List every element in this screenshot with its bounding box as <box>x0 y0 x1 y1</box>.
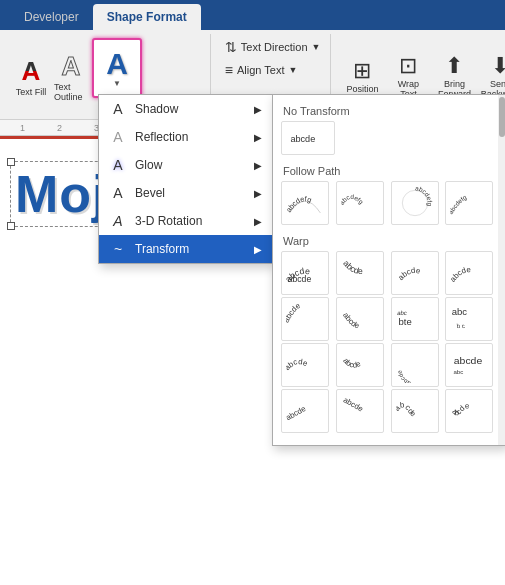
bevel-arrow: ▶ <box>254 188 262 199</box>
3d-rotation-icon: A <box>109 213 127 229</box>
menu-item-shadow[interactable]: A Shadow ▶ <box>99 95 272 123</box>
warp-arch-3[interactable]: abcde <box>445 251 493 295</box>
svg-text:abcdefg: abcdefg <box>414 185 433 207</box>
no-transform-title: No Transform <box>273 101 505 119</box>
svg-text:abcdefg: abcdefg <box>450 193 469 215</box>
transform-icon: ~ <box>109 241 127 257</box>
no-transform-item[interactable]: abcde <box>281 121 335 155</box>
bevel-icon: A <box>109 185 127 201</box>
scrollbar-thumb[interactable] <box>499 97 505 137</box>
warp-arch-down[interactable]: abcde <box>336 251 384 295</box>
svg-text:abcde: abcde <box>396 266 421 282</box>
svg-text:b c: b c <box>457 324 466 330</box>
warp-wave-1[interactable]: abcde <box>281 343 329 387</box>
svg-text:bte: bte <box>398 316 411 327</box>
menu-item-reflection[interactable]: A Reflection ▶ <box>99 123 272 151</box>
warp-inflate[interactable]: abcde <box>281 297 329 341</box>
svg-text:abc: abc <box>454 370 464 376</box>
svg-text:abcde: abcde <box>341 311 360 331</box>
dropdown-overlay: A Shadow ▶ A Reflection ▶ A Glow ▶ A Bev… <box>0 0 505 585</box>
warp-arch-up-2[interactable]: abcde <box>391 251 439 295</box>
follow-path-wave[interactable]: abcdefg <box>336 181 384 225</box>
transform-panel: No Transform abcde Follow Path abcdefg <box>272 94 505 446</box>
no-transform-row: abcde <box>273 119 505 161</box>
warp-fisheye[interactable]: abcde abc <box>445 343 493 387</box>
svg-text:abcde: abcde <box>341 258 363 276</box>
svg-text:abc: abc <box>396 310 407 316</box>
transform-arrow: ▶ <box>254 244 262 255</box>
svg-text:abcdefg: abcdefg <box>341 193 365 207</box>
svg-text:abcde: abcde <box>396 400 417 418</box>
svg-text:abcde: abcde <box>290 134 315 144</box>
glow-arrow: ▶ <box>254 160 262 171</box>
menu-item-transform[interactable]: ~ Transform ▶ <box>99 235 272 263</box>
warp-slant-down[interactable]: abcde <box>336 389 384 433</box>
follow-path-grid: abcdefg abcdefg <box>273 179 505 231</box>
warp-double-wave-2[interactable]: abcde <box>445 389 493 433</box>
svg-text:abcde: abcde <box>342 395 365 413</box>
panel-scrollbar[interactable] <box>498 95 505 445</box>
warp-title: Warp <box>273 231 505 249</box>
warp-arch-up[interactable]: abcde abcde <box>281 251 329 295</box>
3d-rotation-arrow: ▶ <box>254 216 262 227</box>
warp-wave-2[interactable]: abcde <box>336 343 384 387</box>
svg-text:abcde: abcde <box>286 301 302 324</box>
glow-icon: A <box>109 157 127 173</box>
svg-text:abcde: abcde <box>396 367 413 383</box>
svg-text:abcde: abcde <box>451 401 470 417</box>
shadow-arrow: ▶ <box>254 104 262 115</box>
warp-expand[interactable]: abc b c <box>445 297 493 341</box>
follow-path-diagonal[interactable]: abcdefg <box>445 181 493 225</box>
warp-slant-up[interactable]: abcde <box>281 389 329 433</box>
follow-path-circle[interactable]: abcdefg <box>391 181 439 225</box>
warp-double-wave[interactable]: abcde <box>391 389 439 433</box>
menu-item-3d-rotation[interactable]: A 3-D Rotation ▶ <box>99 207 272 235</box>
svg-text:abcdefg: abcdefg <box>286 194 313 214</box>
shadow-icon: A <box>109 101 127 117</box>
warp-circle-arc[interactable]: abcde <box>391 343 439 387</box>
warp-squeeze[interactable]: abc bte <box>391 297 439 341</box>
menu-item-glow[interactable]: A Glow ▶ <box>99 151 272 179</box>
svg-text:abc: abc <box>452 306 468 317</box>
menu-item-bevel[interactable]: A Bevel ▶ <box>99 179 272 207</box>
reflection-arrow: ▶ <box>254 132 262 143</box>
svg-text:abcde: abcde <box>450 265 471 284</box>
reflection-icon: A <box>109 129 127 145</box>
svg-text:abcde: abcde <box>454 356 482 366</box>
svg-text:abcde: abcde <box>286 357 309 372</box>
no-transform-preview: abcde <box>289 121 327 155</box>
follow-path-arc-up[interactable]: abcdefg <box>281 181 329 225</box>
svg-text:abcde: abcde <box>286 404 307 422</box>
text-effects-menu: A Shadow ▶ A Reflection ▶ A Glow ▶ A Bev… <box>98 94 273 264</box>
follow-path-title: Follow Path <box>273 161 505 179</box>
svg-text:abcde: abcde <box>341 356 362 370</box>
warp-deflate[interactable]: abcde <box>336 297 384 341</box>
warp-grid: abcde abcde abcde abcde <box>273 249 505 439</box>
